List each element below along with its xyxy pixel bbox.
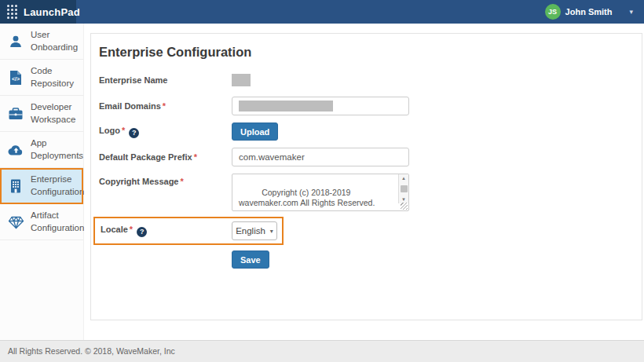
copyright-message-textarea[interactable]: Copyright (c) 2018-2019 wavemaker.com Al… xyxy=(232,174,409,211)
sidebar-item-artifact-configuration[interactable]: Artifact Configuration xyxy=(0,204,83,240)
sidebar-item-developer-workspace[interactable]: Developer Workspace xyxy=(0,96,83,132)
locale-selected-value: English xyxy=(236,226,265,236)
enterprise-configuration-panel: Enterprise Configuration Enterprise Name… xyxy=(90,33,642,320)
save-row: Save xyxy=(232,250,642,269)
email-domains-label: Email Domains xyxy=(99,101,161,111)
field-row-email-domains: Email Domains* xyxy=(99,97,642,115)
diamond-icon xyxy=(7,214,24,230)
copyright-message-label: Copyright Message xyxy=(99,177,178,186)
sidebar-item-code-repository[interactable]: </> Code Repository xyxy=(0,60,83,96)
sidebar-item-label: Artifact Configuration xyxy=(31,210,84,234)
upload-button[interactable]: Upload xyxy=(232,122,278,141)
briefcase-icon xyxy=(7,106,24,122)
default-package-prefix-label: Default Package Prefix xyxy=(99,152,192,162)
user-menu[interactable]: JS John Smith ▾ xyxy=(545,0,644,24)
required-asterisk: * xyxy=(180,177,183,186)
required-asterisk: * xyxy=(130,225,133,234)
field-row-copyright-message: Copyright Message* Copyright (c) 2018-20… xyxy=(99,174,642,211)
sidebar: User Onboarding </> Code Repository Deve… xyxy=(0,24,84,340)
app-grid-icon[interactable] xyxy=(7,5,18,20)
app-logo-area[interactable]: LaunchPad xyxy=(0,0,76,24)
sidebar-item-label: App Deployments xyxy=(31,137,83,162)
sidebar-item-label: User Onboarding xyxy=(31,29,80,53)
enterprise-name-label: Enterprise Name xyxy=(99,75,232,85)
top-header-bar: LaunchPad JS John Smith ▾ xyxy=(0,0,644,24)
page-title: Enterprise Configuration xyxy=(99,45,642,60)
resize-grip-icon[interactable] xyxy=(401,203,408,210)
field-row-default-package-prefix: Default Package Prefix* xyxy=(99,148,642,166)
logo-label: Logo xyxy=(99,126,120,135)
textarea-scrollbar[interactable]: ▲ ▼ xyxy=(398,174,408,203)
email-domains-value-redacted xyxy=(239,101,333,112)
copyright-message-text: Copyright (c) 2018-2019 wavemaker.com Al… xyxy=(239,188,393,211)
building-icon xyxy=(7,178,24,194)
avatar[interactable]: JS xyxy=(545,4,561,20)
chevron-down-icon[interactable]: ▾ xyxy=(629,8,633,16)
default-package-prefix-input[interactable] xyxy=(232,148,409,166)
email-domains-input[interactable] xyxy=(232,97,409,115)
locale-row-highlight: Locale*? English ▾ xyxy=(93,217,284,245)
locale-select[interactable]: English ▾ xyxy=(232,221,277,240)
required-asterisk: * xyxy=(122,126,125,135)
cloud-upload-icon xyxy=(7,142,24,158)
app-title: LaunchPad xyxy=(24,6,80,18)
scroll-up-icon[interactable]: ▲ xyxy=(401,174,406,182)
sidebar-item-label: Enterprise Configuration xyxy=(31,174,84,198)
footer: All Rights Reserved. © 2018, WaveMaker, … xyxy=(0,340,644,362)
scrollbar-thumb[interactable] xyxy=(401,185,408,192)
select-caret-icon: ▾ xyxy=(270,228,273,235)
field-row-enterprise-name: Enterprise Name xyxy=(99,74,642,86)
sidebar-item-enterprise-configuration[interactable]: Enterprise Configuration xyxy=(0,168,83,204)
main-content: Enterprise Configuration Enterprise Name… xyxy=(84,24,644,340)
sidebar-item-label: Code Repository xyxy=(31,65,80,90)
sidebar-item-user-onboarding[interactable]: User Onboarding xyxy=(0,24,83,60)
save-button[interactable]: Save xyxy=(232,250,269,269)
user-icon xyxy=(7,34,24,49)
enterprise-name-value-redacted xyxy=(232,74,251,86)
code-file-icon: </> xyxy=(7,70,24,86)
field-row-logo: Logo*? Upload xyxy=(99,122,642,141)
footer-copyright-text: All Rights Reserved. © 2018, WaveMaker, … xyxy=(8,346,175,356)
sidebar-item-app-deployments[interactable]: App Deployments xyxy=(0,132,83,168)
help-icon[interactable]: ? xyxy=(137,227,147,237)
help-icon[interactable]: ? xyxy=(129,128,139,138)
locale-label: Locale xyxy=(101,225,128,234)
sidebar-item-label: Developer Workspace xyxy=(31,101,80,126)
user-name: John Smith xyxy=(565,7,613,16)
svg-text:</>: </> xyxy=(12,76,20,82)
required-asterisk: * xyxy=(163,101,166,111)
required-asterisk: * xyxy=(194,152,197,162)
